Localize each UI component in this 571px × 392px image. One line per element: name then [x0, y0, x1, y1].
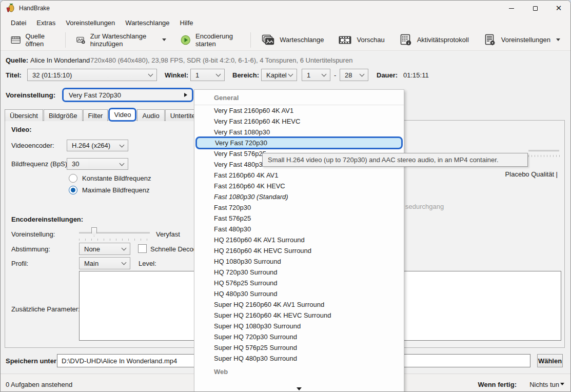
tune-select[interactable]: None: [79, 243, 130, 255]
chevron-down-icon: [556, 38, 560, 41]
preset-menu-item[interactable]: Very Fast 2160p60 4K HEVC: [194, 116, 404, 127]
preset-menu-item[interactable]: Very Fast 720p30: [195, 136, 403, 149]
tab-filter[interactable]: Filter: [83, 109, 108, 121]
preset-menu-item[interactable]: Super HQ 1080p30 Surround: [194, 321, 404, 331]
cfr-label: Konstante Bildfrequenz: [82, 174, 151, 182]
preview-label: Vorschau: [357, 36, 384, 44]
chevron-down-icon: [120, 142, 125, 147]
close-button[interactable]: ✕: [547, 1, 570, 16]
toolbar: Quelle öffnen Zur Warteschlange hinzufüg…: [1, 29, 570, 51]
profile-select[interactable]: Main: [79, 257, 130, 269]
preset-menu-item[interactable]: HQ 576p25 Surround: [194, 278, 404, 288]
activity-log-label: Aktivitätsprotokoll: [417, 36, 469, 44]
quality-slider-track[interactable]: [528, 150, 559, 151]
save-as-label: Speichern unter:: [6, 357, 58, 365]
preset-menu-section-header: Web: [194, 364, 404, 379]
chevron-down-icon: [216, 72, 221, 77]
preset-menu-item[interactable]: Very Fast 1080p30: [194, 127, 404, 138]
range-label: Bereich:: [232, 71, 259, 79]
encoder-preset-slider-thumb[interactable]: [91, 227, 97, 237]
preset-menu-item[interactable]: HQ 2160p60 4K AV1 Surround: [194, 234, 404, 245]
preset-menu-item[interactable]: Super HQ 576p25 Surround: [194, 342, 404, 353]
scroll-down-arrow-icon[interactable]: [297, 387, 302, 390]
queue-button[interactable]: Warteschlange: [255, 31, 330, 49]
open-source-button[interactable]: Quelle öffnen: [5, 31, 61, 49]
title-select-value: 32 (01:15:10): [32, 71, 72, 79]
preset-menu-item[interactable]: Super HQ 2160p60 4K HEVC Surround: [194, 310, 404, 321]
preset-menu-item[interactable]: Very Fast 2160p60 4K AV1: [194, 105, 404, 116]
handbrake-logo-icon: [6, 4, 15, 13]
preset-menu-item[interactable]: Fast 576p25: [194, 213, 404, 224]
presets-toolbar-button[interactable]: Voreinstellungen: [477, 31, 566, 49]
pfr-label: Maximale Bildfrequenz: [82, 186, 150, 194]
range-type-select[interactable]: Kapitel: [261, 69, 297, 81]
range-to-value: 28: [345, 71, 352, 79]
save-path-value: D:\DVD-UHD\Alice In Wonderland.mp4: [62, 357, 177, 365]
preset-menu-item[interactable]: Super HQ 720p30 Surround: [194, 331, 404, 342]
tab-übersicht[interactable]: Übersicht: [5, 109, 43, 121]
extra-params-label: Zusätzliche Parameter:: [11, 305, 80, 313]
browse-button[interactable]: Wählen: [537, 354, 563, 367]
duration-label: Dauer:: [377, 71, 398, 79]
preset-menu-item[interactable]: HQ 480p30 Surround: [194, 288, 404, 299]
preset-menu-item[interactable]: HQ 2160p60 4K HEVC Surround: [194, 245, 404, 256]
add-to-queue-label: Zur Warteschlange hinzufügen: [90, 32, 157, 48]
menubar-item-datei[interactable]: Datei: [6, 16, 31, 29]
encoder-select[interactable]: H.264 (x264): [67, 140, 128, 151]
tab-audio[interactable]: Audio: [137, 109, 164, 121]
add-to-queue-button[interactable]: Zur Warteschlange hinzufügen: [70, 31, 173, 49]
range-from-select[interactable]: 1: [302, 69, 330, 81]
menubar-item-hilfe[interactable]: Hilfe: [175, 16, 199, 29]
handbrake-window: HandBrake ✕ DateiExtrasVoreinstellungenW…: [0, 0, 571, 392]
start-encode-button[interactable]: Encodierung starten: [174, 31, 246, 49]
activity-log-button[interactable]: Aktivitätsprotokoll: [393, 31, 475, 49]
queue-icon: [261, 34, 275, 46]
preview-button[interactable]: Vorschau: [332, 31, 390, 49]
preset-menu-section-header: General: [194, 90, 404, 105]
angle-select[interactable]: 1: [190, 69, 225, 81]
preset-menu-item[interactable]: Super HQ 2160p60 4K AV1 Surround: [194, 299, 404, 310]
when-done-label: Wenn fertig:: [478, 381, 517, 388]
title-select[interactable]: 32 (01:15:10): [27, 69, 157, 81]
profile-select-value: Main: [84, 260, 99, 267]
preset-menu-item[interactable]: HQ 1080p30 Surround: [194, 256, 404, 267]
preset-menu-item[interactable]: HQ 720p30 Surround: [194, 267, 404, 278]
preset-menu-item[interactable]: Fast 1080p30 (Standard): [194, 191, 404, 202]
preset-dropdown[interactable]: Very Fast 720p30: [62, 88, 193, 102]
browse-button-label: Wählen: [538, 357, 562, 365]
pfr-radio[interactable]: [69, 186, 77, 194]
range-to-select[interactable]: 28: [340, 69, 368, 81]
when-done-value: Nichts tun: [529, 381, 559, 388]
preset-menu-item[interactable]: Fast 2160p60 4K HEVC: [194, 181, 404, 191]
fast-decode-checkbox[interactable]: [138, 244, 147, 253]
start-encode-label: Encodierung starten: [195, 32, 240, 48]
analysis-pass-label-fragment: sedurchgang: [405, 203, 444, 210]
menubar-item-extras[interactable]: Extras: [31, 16, 61, 29]
tab-video[interactable]: Video: [108, 108, 136, 122]
preset-tooltip-text: Small H.264 video (up to 720p30) and AAC…: [268, 156, 499, 164]
when-done-select[interactable]: Nichts tun: [529, 381, 559, 388]
window-title: HandBrake: [19, 5, 50, 12]
minimize-button[interactable]: [500, 1, 523, 16]
range-type-value: Kapitel: [266, 71, 287, 79]
framerate-label: Bildfrequenz (BpS):: [11, 160, 69, 168]
fast-decode-label: Schnelle Decodi: [150, 245, 199, 253]
title-label: Titel:: [6, 71, 22, 79]
framerate-select-value: 30: [72, 160, 79, 168]
menubar-item-warteschlange[interactable]: Warteschlange: [120, 16, 174, 29]
title-bar: HandBrake ✕: [1, 1, 570, 16]
encoder-preset-slider[interactable]: [79, 232, 150, 233]
chevron-down-icon: [322, 72, 327, 77]
tab-bildgröße[interactable]: Bildgröße: [44, 109, 83, 121]
preset-menu-item[interactable]: Fast 2160p60 4K AV1: [194, 170, 404, 181]
slider-ticks: [79, 239, 151, 241]
preset-menu-item[interactable]: Fast 480p30: [194, 224, 404, 234]
duration-value: 01:15:11: [403, 71, 429, 79]
preset-menu-item[interactable]: Super HQ 480p30 Surround: [194, 353, 404, 364]
cfr-radio[interactable]: [69, 174, 77, 183]
framerate-select[interactable]: 30: [67, 158, 128, 170]
preset-menu-item[interactable]: Fast 720p30: [194, 202, 404, 213]
level-label: Level:: [139, 260, 156, 267]
maximize-button[interactable]: [523, 1, 547, 16]
menubar-item-voreinstellungen[interactable]: Voreinstellungen: [61, 16, 120, 29]
